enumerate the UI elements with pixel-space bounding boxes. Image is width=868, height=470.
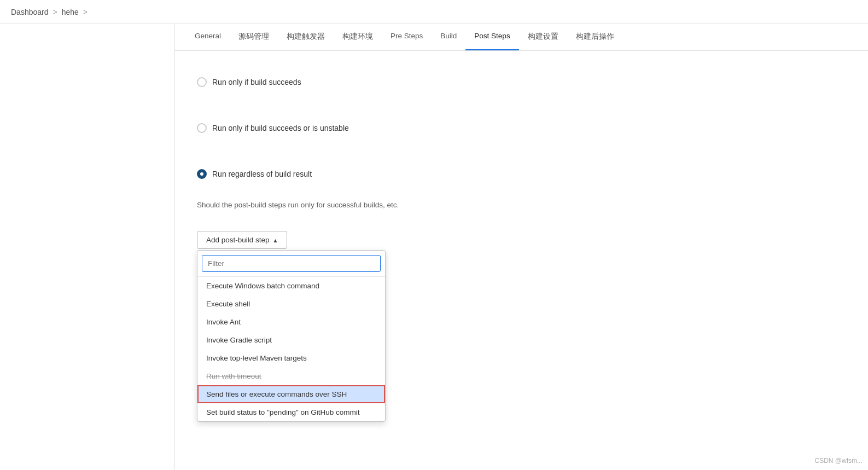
tab-general[interactable]: General: [186, 24, 230, 50]
watermark: CSDN @wfsm...: [814, 457, 863, 465]
description-text: Should the post-build steps run only for…: [197, 201, 645, 209]
tab-post-steps[interactable]: Post Steps: [465, 24, 519, 50]
dropdown-item-invoke-gradle[interactable]: Invoke Gradle script: [197, 331, 385, 349]
dropdown-item-invoke-maven[interactable]: Invoke top-level Maven targets: [197, 349, 385, 367]
content-area: General 源码管理 构建触发器 构建环境 Pre Steps Build …: [175, 24, 868, 470]
tab-triggers[interactable]: 构建触发器: [278, 24, 334, 50]
dropdown-item-invoke-ant[interactable]: Invoke Ant: [197, 313, 385, 331]
breadcrumb-project[interactable]: hehe: [62, 8, 79, 16]
radio-regardless[interactable]: Run regardless of build result: [197, 169, 645, 179]
breadcrumb-sep2: >: [83, 8, 88, 16]
breadcrumb-bar: Dashboard > hehe >: [0, 0, 868, 24]
step-dropdown-menu: Execute Windows batch command Execute sh…: [197, 250, 386, 422]
dropdown-item-set-status[interactable]: Set build status to "pending" on GitHub …: [197, 403, 385, 421]
tab-bar: General 源码管理 构建触发器 构建环境 Pre Steps Build …: [175, 24, 868, 51]
radio-circle-1: [197, 77, 207, 87]
tab-post-build[interactable]: 构建后操作: [567, 24, 623, 50]
radio-success-or-unstable[interactable]: Run only if build succeeds or is unstabl…: [197, 123, 645, 133]
content-body: Run only if build succeeds Run only if b…: [175, 51, 667, 351]
add-step-label: Add post-build step: [206, 236, 270, 244]
tab-environment[interactable]: 构建环境: [334, 24, 382, 50]
radio-label-3: Run regardless of build result: [212, 170, 312, 178]
dropdown-item-send-ssh[interactable]: Send files or execute commands over SSH: [197, 385, 385, 403]
breadcrumb-home[interactable]: Dashboard: [11, 8, 49, 16]
dropdown-item-run-timeout[interactable]: Run with timeout: [197, 367, 385, 385]
radio-circle-3: [197, 169, 207, 179]
radio-only-success[interactable]: Run only if build succeeds: [197, 77, 645, 87]
filter-container: [197, 251, 385, 277]
tab-settings[interactable]: 构建设置: [519, 24, 567, 50]
add-step-container: Add post-build step Execute Windows batc…: [197, 231, 287, 249]
dropdown-item-exec-windows[interactable]: Execute Windows batch command: [197, 277, 385, 295]
tab-build[interactable]: Build: [432, 24, 465, 50]
radio-circle-2: [197, 123, 207, 133]
radio-label-2: Run only if build succeeds or is unstabl…: [212, 124, 349, 132]
main-layout: General 源码管理 构建触发器 构建环境 Pre Steps Build …: [0, 24, 868, 470]
sidebar: [0, 24, 175, 470]
tab-scm[interactable]: 源码管理: [230, 24, 278, 50]
breadcrumb-sep1: >: [53, 8, 57, 16]
radio-label-1: Run only if build succeeds: [212, 78, 301, 86]
tab-pre-steps[interactable]: Pre Steps: [382, 24, 432, 50]
caret-up-icon: [273, 236, 278, 244]
add-post-build-step-button[interactable]: Add post-build step: [197, 231, 287, 249]
filter-input[interactable]: [202, 255, 381, 272]
dropdown-item-exec-shell[interactable]: Execute shell: [197, 295, 385, 313]
